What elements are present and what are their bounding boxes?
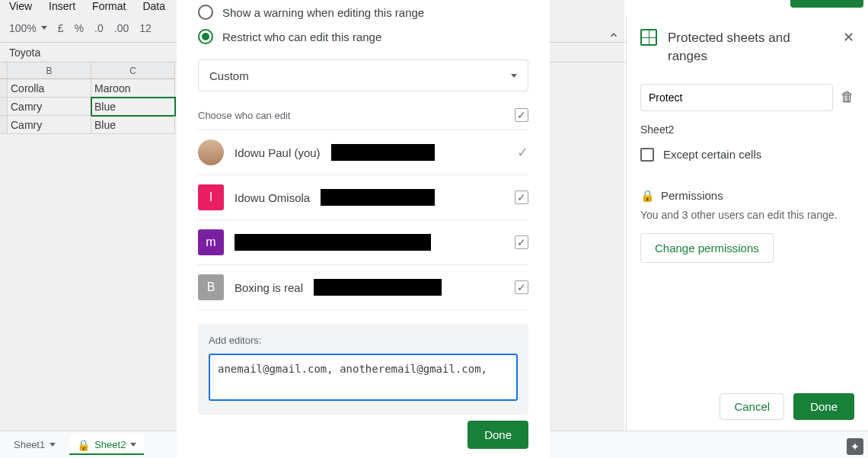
protected-sheet-icon xyxy=(640,29,657,46)
redacted-email xyxy=(331,144,435,161)
chevron-down-icon xyxy=(130,443,136,447)
chevron-down-icon xyxy=(41,26,47,30)
zoom-selector[interactable]: 100% xyxy=(9,22,47,34)
range-edit-permissions-modal: Show a warning when editing this range R… xyxy=(177,0,550,458)
increase-decimal-button[interactable]: .00 xyxy=(114,22,129,34)
cancel-button[interactable]: Cancel xyxy=(720,393,784,420)
except-cells-option[interactable]: Except certain cells xyxy=(640,148,854,162)
cell[interactable]: Corolla xyxy=(8,79,91,98)
avatar-initial: m xyxy=(206,235,215,249)
cell[interactable]: Camry xyxy=(8,98,91,116)
done-button[interactable]: Done xyxy=(468,421,528,449)
range-description-input[interactable] xyxy=(640,84,833,111)
menu-format[interactable]: Format xyxy=(92,0,126,12)
editor-checkbox[interactable] xyxy=(515,191,528,204)
chevron-down-icon xyxy=(49,443,56,447)
menu-view[interactable]: View xyxy=(9,0,32,12)
editor-row: B Boxing is real xyxy=(198,265,528,310)
avatar-initial: B xyxy=(207,280,215,294)
sheet-tab-label: Sheet1 xyxy=(14,439,45,450)
editor-name: Boxing is real xyxy=(235,281,303,294)
panel-title: Protected sheets and ranges xyxy=(668,29,832,66)
done-button[interactable]: Done xyxy=(793,393,854,420)
protected-sheet-name[interactable]: Sheet2 xyxy=(640,123,854,136)
editor-list: Idowu Paul (you) ✓ I Idowu Omisola m B B… xyxy=(198,130,528,310)
avatar-initial: I xyxy=(209,191,212,204)
cell[interactable]: Maroon xyxy=(91,79,175,98)
collapse-panel-button[interactable] xyxy=(606,27,621,43)
permissions-text: You and 3 other users can edit this rang… xyxy=(640,209,854,221)
editor-row: m xyxy=(198,220,528,265)
decrease-decimal-button[interactable]: .0 xyxy=(94,22,104,34)
add-editors-section: Add editors: xyxy=(198,324,528,415)
restrict-option-label: Restrict who can edit this range xyxy=(222,30,381,43)
column-header-b[interactable]: B xyxy=(8,62,91,79)
lock-icon: 🔒 xyxy=(77,440,90,450)
sheet-tab-active[interactable]: 🔒 Sheet2 xyxy=(69,434,144,455)
protected-ranges-panel: Protected sheets and ranges ✕ 🗑 Sheet2 E… xyxy=(626,17,868,431)
cell-selected[interactable]: Blue xyxy=(91,98,175,116)
zoom-value: 100% xyxy=(9,22,37,34)
add-editors-label: Add editors: xyxy=(209,335,518,346)
except-cells-label: Except certain cells xyxy=(663,148,761,161)
warning-option[interactable]: Show a warning when editing this range xyxy=(198,0,528,24)
close-icon[interactable]: ✕ xyxy=(843,29,854,46)
currency-button[interactable]: £ xyxy=(58,22,64,34)
select-all-checkbox[interactable] xyxy=(515,108,528,122)
avatar: I xyxy=(198,184,224,210)
percent-button[interactable]: % xyxy=(75,22,84,34)
checkbox-unchecked-icon xyxy=(640,148,654,162)
radio-checked-icon xyxy=(198,29,213,44)
avatar: m xyxy=(198,229,224,255)
choose-label: Choose who can edit xyxy=(198,110,290,121)
redacted-email xyxy=(321,189,435,206)
choose-who-can-edit-header: Choose who can edit xyxy=(198,105,528,130)
editor-checkbox[interactable]: ✓ xyxy=(517,144,528,161)
avatar xyxy=(198,139,224,165)
menu-insert[interactable]: Insert xyxy=(49,0,75,12)
column-header-c[interactable]: C xyxy=(91,62,175,79)
editor-row: I Idowu Omisola xyxy=(198,175,528,220)
restrict-mode-value: Custom xyxy=(209,69,249,82)
redacted-email xyxy=(314,279,442,296)
change-permissions-button[interactable]: Change permissions xyxy=(640,233,774,263)
menu-data[interactable]: Data xyxy=(142,0,165,12)
sheet-tab-label: Sheet2 xyxy=(94,439,126,450)
cell[interactable]: Blue xyxy=(91,116,175,134)
warning-option-label: Show a warning when editing this range xyxy=(222,6,424,19)
share-button-edge[interactable] xyxy=(790,0,863,8)
avatar: B xyxy=(198,274,224,300)
redacted-email xyxy=(235,234,431,251)
restrict-mode-select[interactable]: Custom xyxy=(198,59,528,91)
lock-icon: 🔒 xyxy=(640,189,655,203)
chevron-down-icon xyxy=(511,74,517,78)
sheet-tab[interactable]: Sheet1 xyxy=(6,434,63,455)
cell[interactable]: Camry xyxy=(8,116,91,134)
restrict-option[interactable]: Restrict who can edit this range xyxy=(198,24,528,49)
editor-name: Idowu Paul (you) xyxy=(235,146,321,159)
editor-checkbox[interactable] xyxy=(515,280,528,294)
editor-name: Idowu Omisola xyxy=(235,191,310,204)
editor-checkbox[interactable] xyxy=(515,235,528,249)
editor-row: Idowu Paul (you) ✓ xyxy=(198,130,528,175)
permissions-title: Permissions xyxy=(661,189,723,202)
explore-button[interactable]: ✦ xyxy=(847,438,863,455)
add-editors-input[interactable] xyxy=(209,354,518,401)
radio-unchecked-icon xyxy=(198,5,213,20)
trash-icon[interactable]: 🗑 xyxy=(841,89,854,105)
number-format-button[interactable]: 12 xyxy=(139,22,152,34)
formula-value: Toyota xyxy=(9,46,40,59)
